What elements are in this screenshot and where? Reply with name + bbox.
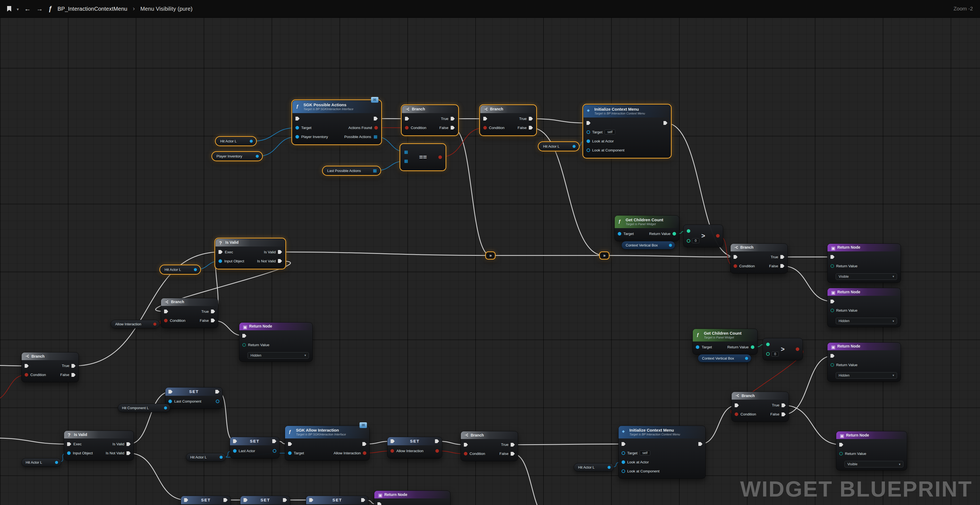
forward-button[interactable] — [37, 5, 43, 12]
exec-pin[interactable] — [390, 439, 395, 443]
object-pin[interactable] — [622, 451, 625, 455]
exec-pin[interactable] — [288, 442, 292, 446]
bool-pin[interactable] — [374, 126, 378, 129]
node-header[interactable]: SET — [181, 496, 231, 504]
exec-pin[interactable] — [733, 255, 738, 259]
exec-pin[interactable] — [830, 299, 835, 303]
exec-pin[interactable] — [223, 498, 228, 502]
exec-pin[interactable] — [451, 117, 455, 121]
exec-pin[interactable] — [278, 259, 282, 263]
object-pin[interactable] — [696, 345, 699, 349]
node-set[interactable]: SETLast Component — [165, 387, 223, 409]
object-pin[interactable] — [587, 148, 590, 152]
object-pin[interactable] — [296, 135, 299, 139]
node-is-valid[interactable]: ?Is ValidExecIs ValidInput ObjectIs Not … — [215, 239, 285, 269]
exec-pin[interactable] — [839, 443, 843, 447]
object-pin[interactable] — [288, 451, 292, 455]
array-pin[interactable]: ▦ — [374, 134, 378, 139]
node-header[interactable]: Branch — [161, 298, 218, 306]
exec-pin[interactable] — [830, 354, 835, 358]
node-branch[interactable]: BranchTrueConditionFalse — [21, 352, 79, 382]
bool-pin[interactable] — [164, 319, 167, 322]
object-pin[interactable] — [218, 259, 222, 263]
exec-pin[interactable] — [511, 443, 515, 447]
exec-pin[interactable] — [169, 390, 172, 393]
pin-value-field[interactable]: 0 — [692, 238, 699, 243]
exec-pin[interactable] — [830, 255, 835, 259]
node-node[interactable]: ==▦▦ — [400, 144, 445, 170]
pin-value-field[interactable]: 0 — [772, 352, 779, 357]
node-sgk-possible-actions[interactable]: ƒSGK Possible ActionsTarget is BP SGKInt… — [292, 100, 381, 144]
object-pin[interactable] — [164, 406, 167, 409]
breadcrumb-current[interactable]: Menu Visibility (pure) — [140, 6, 192, 12]
var-hit-actor-l[interactable]: Hit Actor L — [186, 453, 226, 462]
exec-pin[interactable] — [164, 309, 168, 313]
exec-pin[interactable] — [451, 126, 455, 129]
node-sgk-allow-interaction[interactable]: ƒSGK Allow InteractionTarget is BP SGKIn… — [285, 425, 370, 460]
node-set[interactable]: SET — [240, 496, 290, 505]
exec-pin[interactable] — [296, 117, 299, 121]
exec-pin[interactable] — [25, 364, 29, 368]
exec-pin[interactable] — [529, 126, 533, 129]
object-pin[interactable] — [296, 126, 299, 129]
node-return-node[interactable]: ▣Return NodeReturn Value — [374, 491, 450, 505]
node-get-children-count[interactable]: ƒGet Children CountTarget is Panel Widge… — [692, 329, 758, 355]
bool-pin[interactable] — [405, 126, 409, 129]
back-button[interactable] — [24, 5, 31, 12]
exec-pin[interactable] — [464, 443, 468, 447]
exec-pin[interactable] — [72, 373, 76, 377]
exec-pin[interactable] — [622, 442, 626, 446]
int-pin[interactable] — [766, 343, 770, 346]
node-header[interactable]: Branch — [480, 105, 536, 113]
object-pin[interactable] — [169, 400, 172, 403]
node-header[interactable]: SET — [230, 437, 280, 445]
node-branch[interactable]: BranchTrueConditionFalse — [730, 244, 788, 274]
node-header[interactable]: ▣Return Node — [239, 323, 313, 330]
exec-pin[interactable] — [780, 264, 784, 268]
object-pin[interactable] — [618, 232, 621, 236]
exec-pin[interactable] — [72, 364, 76, 368]
object-pin[interactable] — [273, 449, 276, 453]
exec-pin[interactable] — [781, 413, 786, 416]
bool-pin[interactable] — [435, 449, 439, 453]
node-header[interactable]: ▣Return Node — [374, 491, 450, 499]
node-header[interactable]: ◆Initialize Context MenuTarget is BP Int… — [619, 426, 706, 438]
object-pin[interactable] — [745, 357, 748, 360]
bool-pin[interactable] — [483, 126, 487, 129]
array-pin[interactable]: ▦ — [373, 169, 377, 173]
bool-pin[interactable] — [464, 452, 468, 456]
node-header[interactable]: ▣Return Node — [827, 288, 901, 296]
enum-pin[interactable] — [830, 363, 834, 367]
enum-pin[interactable] — [830, 264, 834, 268]
exec-pin[interactable] — [233, 439, 237, 443]
exec-pin[interactable] — [242, 334, 247, 338]
exec-pin[interactable] — [278, 250, 282, 254]
exec-pin[interactable] — [272, 439, 276, 443]
object-pin[interactable] — [587, 131, 590, 134]
bool-pin[interactable] — [363, 451, 366, 455]
exec-pin[interactable] — [184, 498, 188, 502]
exec-pin[interactable] — [781, 403, 786, 407]
visibility-select[interactable]: Hidden▾ — [248, 352, 309, 359]
node-header[interactable]: ƒSGK Possible ActionsTarget is BP SGKInt… — [293, 100, 380, 113]
var-hit-actor-l[interactable]: Hit Actor L — [21, 458, 61, 467]
var-last-possible-actions[interactable]: Last Possible Actions▦ — [323, 167, 380, 175]
exec-pin[interactable] — [127, 442, 130, 446]
object-pin[interactable] — [608, 466, 611, 469]
var-allow-interaction[interactable]: Allow Interaction — [111, 320, 159, 328]
object-pin[interactable] — [216, 400, 220, 403]
array-pin[interactable]: ▦ — [404, 150, 408, 154]
object-pin[interactable] — [622, 469, 625, 473]
exec-pin[interactable] — [511, 452, 515, 456]
array-pin[interactable]: ▦ — [404, 159, 408, 163]
node-node[interactable]: >0 — [763, 338, 803, 360]
exec-pin[interactable] — [435, 439, 439, 443]
exec-pin[interactable] — [587, 121, 591, 125]
visibility-select[interactable]: Visible▾ — [836, 273, 897, 280]
bool-pin[interactable] — [735, 413, 738, 416]
bool-pin[interactable] — [438, 155, 442, 159]
int-pin[interactable] — [751, 345, 754, 349]
bookmark-icon[interactable] — [7, 6, 11, 11]
bool-pin[interactable] — [390, 449, 394, 453]
node-header[interactable]: ƒGet Children CountTarget is Panel Widge… — [693, 329, 757, 341]
